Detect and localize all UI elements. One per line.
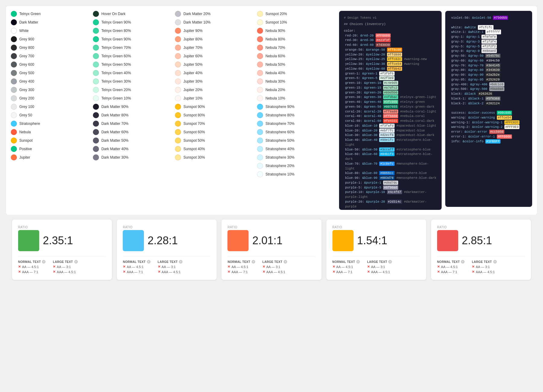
contrast-checks: NORMAL TEXT ? ✕ AA — 4.5:1 ✕ AAA — 7:1 L…	[123, 260, 211, 274]
color-dot	[257, 112, 263, 118]
swatch-column-4: Sunspot 20% Sunspot 10% Nebula 90% Nebul…	[257, 11, 334, 210]
aa-large-check: ✕ AA — 3:1	[53, 265, 78, 269]
contrast-checks: NORMAL TEXT ? ✕ AA — 4.5:1 ✕ AAA — 7:1 L…	[227, 260, 315, 274]
ratio-row: 2.28:1	[123, 230, 211, 251]
contrast-swatch	[437, 230, 458, 251]
ratio-row: 2.01:1	[227, 230, 315, 251]
swatch-grey300: Grey 300	[11, 87, 88, 93]
ratio-value: 2.85:1	[462, 234, 492, 247]
color-dot	[175, 129, 181, 135]
color-dot	[93, 78, 99, 84]
swatch-nebula: Nebula	[11, 129, 88, 135]
color-dot	[257, 154, 263, 160]
normal-text-group: NORMAL TEXT ? ✕ AA — 4.5:1 ✕ AAA — 7:1	[18, 260, 46, 274]
color-dot	[93, 146, 99, 152]
color-dot	[257, 104, 263, 110]
color-dot	[175, 19, 181, 25]
aaa-check: ✕ AAA — 7:1	[18, 270, 46, 274]
color-dot	[11, 62, 17, 68]
color-dot	[93, 70, 99, 76]
color-dot	[11, 95, 17, 101]
color-dot	[93, 121, 99, 127]
contrast-cards-section: RATIO 2.35:1 NORMAL TEXT ? ✕ AA — 4.5:1 …	[6, 220, 537, 286]
color-dot	[175, 36, 181, 42]
color-dot	[175, 53, 181, 59]
color-dot	[11, 28, 17, 34]
color-dot	[257, 87, 263, 93]
contrast-swatch	[123, 230, 144, 251]
color-dot	[11, 129, 17, 135]
ratio-label: RATIO	[332, 226, 420, 229]
ratio-value: 2.01:1	[252, 234, 282, 247]
contrast-card-1: RATIO 2.35:1 NORMAL TEXT ? ✕ AA — 4.5:1 …	[12, 220, 112, 280]
color-dot	[175, 112, 181, 118]
large-text-group: LARGE TEXT ? ✕ AA — 3:1 ✕ AAA — 4.5:1	[367, 260, 392, 274]
contrast-card-5: RATIO 2.85:1 NORMAL TEXT ? ✕ AA — 4.5:1 …	[431, 220, 531, 280]
swatch-grey200: Grey 200	[11, 95, 88, 101]
color-dot	[93, 104, 99, 110]
swatch-grey50: Grey 50	[11, 112, 88, 118]
swatch-grey400: Grey 400	[11, 78, 88, 84]
color-dot	[175, 11, 181, 17]
info-icon: ?	[252, 260, 255, 264]
ratio-value: 1.54:1	[357, 234, 387, 247]
color-dot	[11, 36, 17, 42]
color-dot	[11, 11, 17, 17]
color-dot	[93, 19, 99, 25]
swatch-grey100: Grey 100	[11, 104, 88, 110]
color-dot	[93, 95, 99, 101]
contrast-swatch	[18, 230, 39, 251]
color-dot	[257, 11, 263, 17]
color-dot	[11, 70, 17, 76]
swatch-grey900: Grey 900	[11, 36, 88, 42]
swatches-section: Telnyx Green Dark Matter White Grey 900 …	[6, 6, 537, 215]
color-dot	[257, 146, 263, 152]
code-panel-left: # Design Tokens v1 ## Choices (Inventory…	[339, 11, 442, 210]
info-icon: ?	[42, 260, 46, 264]
color-dot	[11, 138, 17, 144]
color-dot	[11, 154, 17, 160]
contrast-checks: NORMAL TEXT ? ✕ AA — 4.5:1 ✕ AAA — 7:1 L…	[332, 260, 420, 274]
swatch-grey600: Grey 600	[11, 62, 88, 68]
swatch-hover-on-dark: Hover On Dark	[93, 11, 170, 17]
ratio-row: 2.35:1	[18, 230, 106, 251]
info-icon-2: ?	[493, 260, 497, 264]
color-dot	[257, 53, 263, 59]
divider	[332, 256, 420, 256]
color-dot	[175, 87, 181, 93]
color-dot	[257, 129, 263, 135]
swatch-stratosphere: Stratosphere	[11, 121, 88, 127]
ratio-value: 2.35:1	[43, 234, 73, 247]
color-dot	[257, 45, 263, 51]
swatch-sunspot: Sunspot	[11, 138, 88, 144]
color-dot	[175, 146, 181, 152]
code-panels: # Design Tokens v1 ## Choices (Inventory…	[339, 11, 532, 210]
color-dot	[93, 129, 99, 135]
info-icon-2: ?	[388, 260, 392, 264]
color-dot	[257, 171, 263, 177]
code-panel-right: violet-50: &violet-50 #7b00bb white: &wh…	[445, 11, 532, 207]
color-dot	[93, 53, 99, 59]
swatch-telnyx-green: Telnyx Green	[11, 11, 88, 17]
color-dot	[257, 19, 263, 25]
color-dot	[93, 138, 99, 144]
swatch-column-3: Dark Matter 20% Dark Matter 10% Jupiter …	[175, 11, 252, 210]
color-dot	[11, 112, 17, 118]
info-icon: ?	[461, 260, 465, 264]
color-dot	[175, 62, 181, 68]
color-dot	[257, 36, 263, 42]
color-dot	[257, 138, 263, 144]
ratio-label: RATIO	[18, 226, 106, 229]
contrast-card-2: RATIO 2.28:1 NORMAL TEXT ? ✕ AA — 4.5:1 …	[117, 220, 217, 280]
divider	[227, 256, 315, 256]
ratio-label: RATIO	[123, 226, 211, 229]
color-dot	[175, 121, 181, 127]
swatch-jupiter: Jupiter	[11, 154, 88, 160]
color-dot	[257, 121, 263, 127]
divider	[437, 256, 525, 256]
color-dot	[257, 78, 263, 84]
color-dot	[93, 154, 99, 160]
color-dot	[175, 154, 181, 160]
color-dot	[175, 95, 181, 101]
color-dot	[11, 87, 17, 93]
